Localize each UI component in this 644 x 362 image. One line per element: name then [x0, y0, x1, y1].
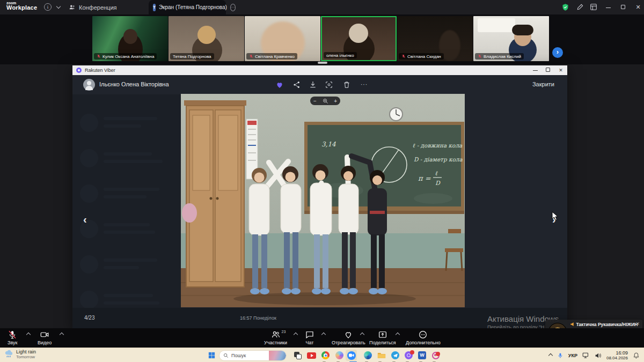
mouse-cursor [552, 211, 559, 221]
chalk-formula: π = [418, 174, 431, 182]
start-button[interactable] [206, 350, 217, 361]
share-screen-button[interactable]: Поделиться [369, 330, 396, 345]
participant-tile[interactable]: Владислав Кислий [473, 16, 549, 61]
photo-timestamp: 16:57 Понеділок [240, 315, 276, 321]
wooden-cabinet [184, 100, 246, 287]
copilot-icon[interactable] [334, 350, 345, 361]
tab-screen-share[interactable]: Т Экран (Тетяна Подгорнова) ··· [149, 0, 226, 14]
dimmed-chat-list [72, 94, 181, 328]
share-options-chevron[interactable] [396, 333, 400, 337]
video-filmstrip: Кулик Оксана Анатоліївна Тетяна Подгорно… [0, 14, 644, 64]
zoom-meeting-toolbar: Звук Видео 23 Участники Чат Отреагироват… [0, 328, 644, 348]
file-explorer-icon[interactable] [376, 350, 387, 361]
share-screen-icon [378, 330, 387, 339]
heart-icon [343, 330, 353, 339]
chat-icon [305, 330, 314, 339]
taskbar-clock[interactable]: 16:09 08.04.2026 [606, 350, 628, 361]
edit-pencil-icon[interactable] [576, 3, 584, 11]
notifications-bell-icon[interactable] [633, 352, 640, 359]
viber-close-button[interactable]: ✕ [554, 65, 567, 75]
viber-title-bar[interactable]: Rakuten Viber ✕ [72, 65, 567, 75]
youtube-icon[interactable] [306, 350, 317, 361]
security-shield-icon[interactable] [561, 3, 569, 11]
speaker-icon[interactable] [595, 352, 602, 359]
next-participants-button[interactable]: › [552, 47, 563, 58]
contact-name: Ільєнко Олена Вікторівна [99, 81, 169, 87]
delete-trash-icon[interactable] [342, 80, 351, 89]
like-heart-icon[interactable] [275, 80, 284, 89]
weather-widget[interactable]: Light rainTomorrow [4, 349, 36, 359]
filmstrip-drag-handle[interactable] [318, 62, 327, 64]
search-input[interactable]: Пошук [219, 350, 287, 361]
tab-options-icon[interactable]: ··· [230, 4, 236, 11]
participant-silhouette [349, 24, 368, 43]
video-button[interactable]: Видео [38, 330, 52, 345]
viber-taskbar-icon[interactable] [403, 350, 414, 361]
chat-button[interactable]: Чат [305, 330, 314, 345]
viber-window: Rakuten Viber ✕ Ільєнко Олена Вікторівна… [72, 65, 567, 328]
close-button[interactable]: ✕ [631, 0, 644, 14]
svg-text:ℓ: ℓ [435, 170, 438, 177]
audio-options-chevron[interactable] [26, 333, 31, 337]
windows-taskbar: Light rainTomorrow Пошук W [0, 348, 644, 362]
apps-grid-icon[interactable] [590, 3, 597, 11]
viber-photo-viewer: Ільєнко Олена Вікторівна ··· Закрити [72, 75, 567, 328]
notification-title: Тактична Рукавичка/НІЖИН [570, 322, 633, 327]
zoom-workplace-logo: zoom Workplace [6, 1, 37, 11]
viewer-close-button[interactable]: Закрити [532, 81, 554, 87]
participants-button[interactable]: 23 Участники [264, 330, 287, 345]
search-icon [223, 353, 229, 358]
zoom-out-icon[interactable]: − [313, 98, 317, 104]
people-icon [69, 4, 76, 11]
window-reflection [478, 18, 515, 32]
participant-tile[interactable]: Кулик Оксана Анатоліївна [92, 16, 168, 61]
zoom-in-icon[interactable]: + [334, 98, 337, 104]
notification-close-icon[interactable]: ✕ [635, 321, 640, 327]
participant-tile[interactable]: Тетяна Подгорнова [169, 16, 244, 61]
participant-tile-active-speaker[interactable]: олена ільєнко [321, 16, 397, 61]
tab-conference[interactable]: Конференция [69, 0, 116, 14]
tray-mic-icon[interactable] [557, 352, 564, 359]
more-button[interactable]: Дополнительно [406, 330, 441, 345]
viber-minimize-button[interactable] [529, 65, 541, 75]
muted-mic-icon [8, 330, 17, 339]
video-options-chevron[interactable] [60, 333, 64, 337]
minimize-button[interactable] [601, 0, 615, 14]
chrome-icon[interactable] [320, 350, 331, 361]
task-view-icon[interactable] [292, 350, 303, 361]
viber-unread-badge [410, 350, 414, 354]
previous-photo-button[interactable]: ‹ [83, 213, 87, 226]
telegram-icon[interactable] [390, 350, 401, 361]
more-circle-icon [418, 330, 428, 339]
shared-photo[interactable]: 3,14 ℓ - довжина кола D - діаметр кола π… [181, 94, 465, 307]
participant-tile[interactable]: Світлана Скидан [397, 16, 473, 61]
screenshot-icon[interactable] [325, 80, 333, 89]
edge-icon[interactable] [362, 350, 374, 361]
network-display-icon[interactable] [582, 352, 590, 359]
audio-button[interactable]: Звук [8, 330, 17, 345]
participant-silhouette [123, 29, 137, 44]
info-icon[interactable]: i [44, 3, 52, 11]
download-icon[interactable] [309, 80, 317, 89]
share-icon[interactable] [292, 80, 301, 89]
viber-restore-button[interactable] [541, 65, 554, 75]
participant-tile[interactable]: Світлана Кравченко [245, 16, 320, 61]
chat-options-chevron[interactable] [321, 333, 326, 337]
participants-options-chevron[interactable] [294, 333, 298, 337]
viber-logo-icon [76, 68, 82, 73]
chalk-line1: ℓ - довжина кола [413, 142, 463, 149]
react-button[interactable]: Отреагировать [332, 330, 365, 345]
viber-window-title: Rakuten Viber [85, 68, 115, 73]
restore-button[interactable] [616, 0, 630, 14]
image-zoom-controls[interactable]: − + [310, 97, 340, 105]
hidden-icons-chevron[interactable] [548, 353, 553, 357]
more-options-icon[interactable]: ··· [361, 82, 368, 87]
word-icon[interactable]: W [416, 350, 428, 361]
photo-counter: 4/23 [84, 315, 94, 321]
language-indicator[interactable]: УКР [568, 353, 577, 358]
search-highlight-thumbnail [269, 350, 286, 361]
zoom-app-icon-active[interactable] [346, 350, 357, 361]
snipping-tool-icon[interactable] [430, 350, 441, 361]
chevron-down-icon[interactable] [56, 4, 61, 9]
camera-icon [40, 330, 49, 339]
